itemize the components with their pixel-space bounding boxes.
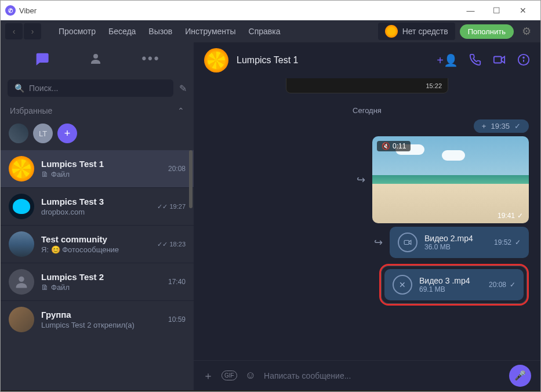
collapsed-messages-pill[interactable]: + 19:35 ✓ [474, 119, 529, 133]
close-button[interactable]: ✕ [510, 2, 536, 19]
chat-item[interactable]: Lumpics Test 1 🗎 Файл 20:08 [1, 150, 194, 188]
svg-point-1 [19, 277, 24, 282]
message-time: 15:22 [426, 82, 442, 89]
chat-preview: 🗎 Файл [41, 170, 161, 179]
sidebar: ••• 🔍 Поиск... ✎ Избранные ⌃ LT + [1, 42, 194, 390]
attach-icon[interactable]: ＋ [203, 369, 213, 383]
favorite-avatar[interactable] [9, 124, 28, 143]
viber-out-icon [385, 25, 398, 38]
app-window: ✆ Viber — ☐ ✕ ‹ › Просмотр Беседа Вызов … [0, 0, 541, 392]
menubar: ‹ › Просмотр Беседа Вызов Инструменты Сп… [1, 20, 540, 42]
info-icon[interactable] [517, 53, 530, 67]
chat-item[interactable]: Группа Lumpics Test 2 открепил(а) 10:59 [1, 301, 194, 338]
topup-button[interactable]: Пополнить [460, 24, 514, 39]
mute-duration-badge: 🔇 0:11 [377, 141, 411, 151]
balance-label: Нет средств [402, 27, 448, 36]
forward-icon[interactable]: ↪ [374, 236, 383, 249]
svg-point-5 [523, 57, 524, 58]
read-check-icon: ✓✓ 18:23 [157, 241, 186, 248]
search-icon: 🔍 [14, 84, 24, 93]
chat-time: 17:40 [168, 278, 186, 286]
chat-name: Lumpics Test 3 [41, 197, 150, 206]
messages-area[interactable]: 15:22 Сегодня + 19:35 ✓ ↪ [194, 78, 540, 360]
chat-item[interactable]: Lumpics Test 3 dropbox.com ✓✓ 19:27 [1, 188, 194, 226]
menu-call[interactable]: Вызов [148, 27, 172, 36]
scrollbar-thumb[interactable] [189, 150, 193, 208]
chat-item[interactable]: Lumpics Test 2 🗎 Файл 17:40 [1, 263, 194, 301]
favorite-avatar-lt[interactable]: LT [33, 124, 53, 143]
compose-icon[interactable]: ✎ [179, 83, 187, 94]
add-favorite-button[interactable]: + [57, 124, 77, 143]
minimize-button[interactable]: — [458, 2, 484, 19]
previous-video-message[interactable]: 15:22 [286, 78, 448, 93]
search-placeholder: Поиск... [29, 84, 58, 93]
chat-name: Lumpics Test 2 [41, 272, 161, 282]
svg-rect-6 [404, 241, 409, 245]
file-name: Видео 2.mp4 [424, 234, 487, 243]
maximize-button[interactable]: ☐ [484, 2, 510, 19]
chat-name: Lumpics Test 1 [41, 159, 161, 169]
plus-icon: + [482, 122, 486, 130]
file-message[interactable]: Видео 2.mp4 36.0 MB 19:52 ✓ [390, 227, 529, 258]
avatar [9, 231, 34, 257]
chat-header: Lumpics Test 1 +👤 [194, 42, 540, 78]
more-tab-icon[interactable]: ••• [141, 51, 160, 66]
video-call-icon[interactable] [492, 53, 507, 67]
voice-message-button[interactable]: 🎤 [509, 365, 531, 387]
file-name: Видео 3 .mp4 [419, 276, 482, 285]
menu-tools[interactable]: Инструменты [185, 27, 235, 36]
forward-icon[interactable]: ↪ [357, 173, 365, 186]
sticker-icon[interactable]: ☺ [245, 369, 256, 382]
composer: ＋ GIF ☺ Написать сообщение... 🎤 [194, 360, 540, 390]
video-message[interactable]: 🔇 0:11 19:41 ✓ [372, 136, 529, 223]
pill-time: 19:35 [491, 122, 510, 130]
chats-tab-icon[interactable] [34, 50, 50, 67]
nav-forward-button[interactable]: › [24, 23, 41, 39]
sent-check-icon: ✓ [514, 122, 521, 130]
file-message-uploading[interactable]: ✕ Видео 3 .mp4 69.1 MB 20:08 ✓ [384, 269, 524, 300]
chat-item[interactable]: Test community Я: 😊 Фотосообщение ✓✓ 18:… [1, 226, 194, 263]
chevron-up-icon: ⌃ [177, 106, 184, 115]
favorites-label: Избранные [10, 106, 52, 115]
chat-name: Test community [41, 234, 150, 244]
message-input[interactable]: Написать сообщение... [264, 371, 501, 380]
window-title: Viber [19, 6, 37, 15]
avatar [9, 307, 34, 332]
avatar [9, 269, 34, 295]
file-size: 36.0 MB [424, 243, 487, 251]
viber-logo-icon: ✆ [5, 5, 16, 16]
day-separator: Сегодня [205, 106, 529, 115]
search-input[interactable]: 🔍 Поиск... [8, 79, 173, 97]
message-time: 19:52 ✓ [494, 238, 521, 246]
video-file-icon [398, 233, 417, 252]
chat-avatar[interactable] [204, 48, 228, 72]
file-size: 69.1 MB [419, 285, 482, 293]
chat-list: Lumpics Test 1 🗎 Файл 20:08 Lumpics Test… [1, 150, 194, 390]
read-check-icon: ✓✓ 19:27 [157, 203, 186, 210]
chat-preview: Я: 😊 Фотосообщение [41, 245, 150, 254]
add-participant-icon[interactable]: +👤 [437, 53, 458, 67]
favorites-header[interactable]: Избранные ⌃ [1, 101, 194, 120]
message-time: 20:08 ✓ [489, 281, 515, 289]
highlighted-annotation: ✕ Видео 3 .mp4 69.1 MB 20:08 ✓ [379, 264, 529, 306]
settings-icon[interactable]: ⚙ [522, 25, 531, 38]
chat-name: Группа [41, 310, 161, 320]
titlebar: ✆ Viber — ☐ ✕ [1, 1, 540, 20]
chat-title: Lumpics Test 1 [237, 55, 429, 66]
chat-preview: 🗎 Файл [41, 283, 161, 292]
menu-chat[interactable]: Беседа [108, 27, 136, 36]
avatar [9, 156, 34, 182]
voice-call-icon[interactable] [469, 53, 481, 67]
chat-panel: Lumpics Test 1 +👤 1 [194, 42, 540, 390]
chat-preview: Lumpics Test 2 открепил(а) [41, 321, 161, 329]
gif-icon[interactable]: GIF [222, 371, 237, 380]
svg-point-0 [93, 54, 98, 59]
svg-rect-2 [494, 57, 502, 63]
menu-view[interactable]: Просмотр [59, 27, 96, 36]
cancel-upload-icon[interactable]: ✕ [393, 275, 412, 295]
nav-back-button[interactable]: ‹ [5, 23, 23, 39]
chat-preview: dropbox.com [41, 208, 150, 216]
contacts-tab-icon[interactable] [89, 52, 103, 66]
balance-pill[interactable]: Нет средств [378, 23, 455, 40]
menu-help[interactable]: Справка [249, 27, 281, 36]
